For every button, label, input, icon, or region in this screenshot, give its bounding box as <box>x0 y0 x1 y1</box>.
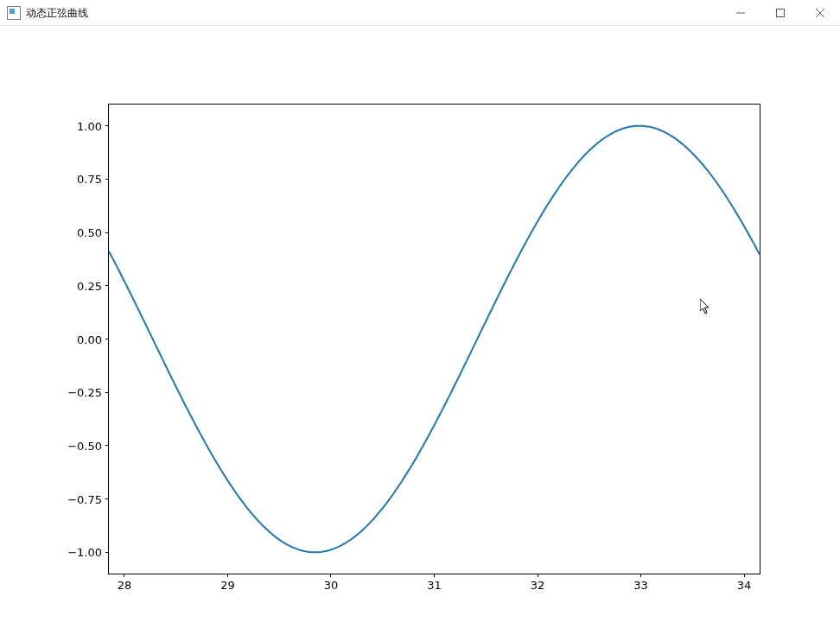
y-tick-label: 1.00 <box>77 119 102 132</box>
line-plot <box>109 105 760 574</box>
x-tick-label: 34 <box>737 579 752 592</box>
x-tick-label: 29 <box>220 579 235 592</box>
y-tick-label: 0.50 <box>77 226 102 239</box>
y-tick-label: 0.00 <box>77 333 102 346</box>
y-tick-mark <box>105 339 109 339</box>
y-tick-mark <box>105 392 109 393</box>
title-bar[interactable]: 动态正弦曲线 <box>0 0 840 26</box>
axes: −1.00−0.75−0.50−0.250.000.250.500.751.00… <box>108 104 760 574</box>
y-tick-label: 0.75 <box>77 173 102 186</box>
x-tick-label: 30 <box>324 579 339 592</box>
y-tick-mark <box>105 179 109 180</box>
x-tick-mark <box>124 574 124 577</box>
y-tick-mark <box>105 552 109 553</box>
x-tick-mark <box>330 574 331 577</box>
app-window: 动态正弦曲线 −1.00−0.75−0.50−0.250.000.250.500… <box>0 0 840 628</box>
y-tick-label: −0.75 <box>67 492 102 505</box>
x-tick-mark <box>640 574 641 577</box>
app-icon <box>7 6 21 20</box>
x-tick-label: 31 <box>427 579 442 592</box>
y-tick-mark <box>105 125 109 126</box>
close-button[interactable] <box>800 0 840 26</box>
minimize-button[interactable] <box>721 0 760 26</box>
x-tick-mark <box>744 574 745 577</box>
y-tick-label: −0.25 <box>67 386 102 399</box>
x-tick-label: 28 <box>118 579 132 592</box>
y-tick-mark <box>105 498 109 499</box>
y-tick-label: 0.25 <box>77 279 102 292</box>
x-tick-mark <box>434 574 435 577</box>
y-tick-label: −0.50 <box>67 439 102 452</box>
y-tick-mark <box>105 232 109 233</box>
y-tick-mark <box>105 445 109 446</box>
plot-canvas: −1.00−0.75−0.50−0.250.000.250.500.751.00… <box>0 26 840 628</box>
y-tick-mark <box>105 285 109 286</box>
y-tick-label: −1.00 <box>67 546 102 559</box>
maximize-button[interactable] <box>760 0 800 26</box>
x-tick-mark <box>538 574 538 577</box>
x-tick-label: 32 <box>531 579 545 592</box>
window-title: 动态正弦曲线 <box>26 0 88 26</box>
minimize-icon <box>736 9 745 17</box>
close-icon <box>816 9 824 17</box>
svg-rect-1 <box>777 9 785 16</box>
x-tick-label: 33 <box>633 579 648 592</box>
series-line <box>109 126 760 553</box>
maximize-icon <box>776 9 785 17</box>
x-tick-mark <box>227 574 228 577</box>
